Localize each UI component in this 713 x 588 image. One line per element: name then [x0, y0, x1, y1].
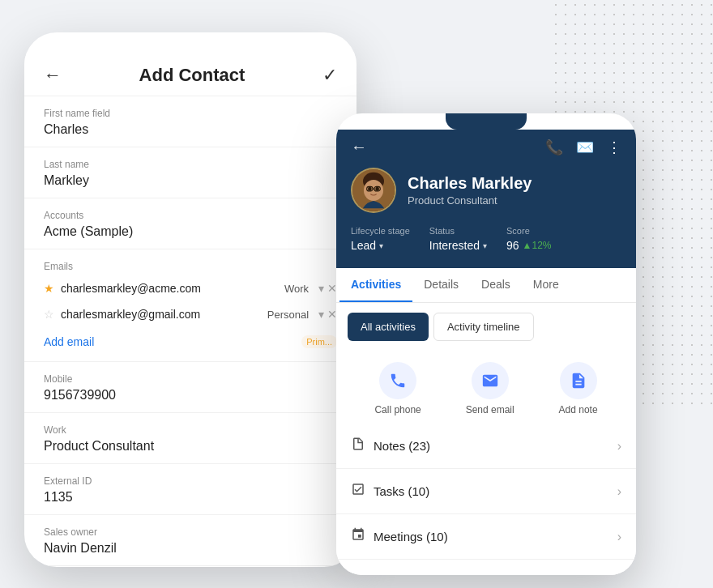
sales-owner-label: Sales owner: [44, 526, 337, 538]
contact-header-icons: 📞 ✉️ ⋮: [545, 138, 621, 156]
all-activities-button[interactable]: All activities: [348, 313, 429, 341]
contact-header: ← 📞 ✉️ ⋮: [336, 130, 636, 268]
tab-more[interactable]: More: [522, 268, 570, 302]
score-item: Score 96 ▲12%: [506, 226, 551, 252]
call-phone-label: Call phone: [374, 404, 421, 415]
add-email-button[interactable]: Add email: [44, 332, 94, 352]
email-address-primary: charlesmarkley@acme.com: [61, 282, 278, 295]
meetings-arrow-icon: ›: [617, 530, 621, 544]
star-empty-icon[interactable]: ☆: [44, 308, 54, 321]
score-value: 96 ▲12%: [506, 239, 551, 252]
avatar: [351, 168, 396, 213]
email-actions-primary: ▾ ✕: [318, 282, 337, 295]
email-type-work: Work: [284, 283, 309, 295]
more-options-icon[interactable]: ⋮: [607, 138, 621, 156]
add-note-action[interactable]: Add note: [559, 362, 598, 415]
contact-back-button[interactable]: ←: [351, 138, 367, 156]
calllogs-icon: [351, 573, 365, 575]
email-address-secondary: charlesmarkley@gmail.com: [61, 308, 261, 321]
phone2-notch: [446, 113, 527, 130]
calllogs-list-left: Call logs (16): [351, 573, 445, 575]
tab-deals[interactable]: Deals: [470, 268, 522, 302]
svg-point-4: [375, 187, 379, 191]
save-button[interactable]: ✓: [322, 65, 337, 86]
work-value[interactable]: Product Consultant: [44, 439, 337, 454]
avatar-image: [352, 169, 395, 211]
score-change: ▲12%: [523, 240, 552, 251]
activity-timeline-button[interactable]: Activity timeline: [433, 313, 534, 341]
call-phone-action[interactable]: Call phone: [374, 362, 421, 415]
activity-actions-row: Call phone Send email Add note: [336, 351, 636, 424]
tab-activities[interactable]: Activities: [339, 268, 412, 302]
call-phone-icon: [379, 362, 416, 399]
lastname-label: Last name: [44, 159, 337, 170]
back-button[interactable]: ←: [44, 65, 62, 86]
primary-badge: Prim...: [301, 335, 337, 348]
send-email-action[interactable]: Send email: [466, 362, 514, 415]
lastname-value[interactable]: Markley: [44, 173, 337, 188]
status-label: Status: [429, 226, 487, 236]
work-field: Work Product Consultant: [24, 413, 356, 464]
external-id-value[interactable]: 1135: [44, 490, 337, 505]
work-label: Work: [44, 424, 337, 436]
tab-details[interactable]: Details: [412, 268, 470, 302]
send-email-label: Send email: [466, 404, 514, 415]
score-label: Score: [506, 226, 551, 236]
add-note-label: Add note: [559, 404, 598, 415]
accounts-label: Accounts: [44, 210, 337, 221]
meetings-text: Meetings (10): [374, 530, 448, 543]
add-note-icon: [560, 362, 597, 399]
email-row-primary: ★ charlesmarkley@acme.com Work ▾ ✕: [44, 275, 337, 301]
external-id-field: External ID 1135: [24, 464, 356, 515]
email-icon[interactable]: ✉️: [576, 138, 594, 156]
external-id-label: External ID: [44, 475, 337, 487]
svg-point-3: [368, 187, 372, 191]
phone-icon[interactable]: 📞: [545, 138, 563, 156]
tasks-text: Tasks (10): [374, 484, 429, 498]
meetings-icon: [351, 527, 365, 546]
lastname-field: Last name Markley: [24, 147, 356, 198]
tasks-icon: [351, 482, 365, 501]
emails-label: Emails: [44, 261, 337, 272]
contact-detail-phone: ← 📞 ✉️ ⋮: [336, 113, 636, 575]
meetings-list-left: Meetings (10): [351, 527, 448, 546]
mobile-label: Mobile: [44, 373, 337, 385]
accounts-field: Accounts Acme (Sample): [24, 198, 356, 249]
firstname-label: First name field: [44, 108, 337, 119]
firstname-value[interactable]: Charles: [44, 122, 337, 137]
star-filled-icon[interactable]: ★: [44, 282, 54, 295]
form-content: First name field Charles Last name Markl…: [24, 96, 356, 566]
page-title: Add Contact: [139, 65, 245, 86]
notes-list-left: Notes (23): [351, 437, 430, 455]
mobile-field: Mobile 9156739900: [24, 362, 356, 413]
contact-info: Charles Markley Product Consultant: [351, 168, 621, 213]
contact-name-block: Charles Markley Product Consultant: [408, 174, 532, 207]
status-value[interactable]: Interested ▾: [429, 239, 487, 252]
contact-header-top: ← 📞 ✉️ ⋮: [351, 138, 621, 156]
tasks-arrow-icon: ›: [617, 484, 621, 499]
calllogs-arrow-icon: ›: [617, 575, 621, 576]
tabs-bar: Activities Details Deals More: [336, 268, 636, 303]
notes-arrow-icon: ›: [617, 439, 621, 454]
notes-text: Notes (23): [374, 439, 430, 453]
notes-list-item[interactable]: Notes (23) ›: [336, 424, 636, 469]
mobile-value[interactable]: 9156739900: [44, 388, 337, 403]
notes-icon: [351, 437, 365, 455]
tasks-list-item[interactable]: Tasks (10) ›: [336, 469, 636, 514]
sales-owner-value[interactable]: Navin Denzil: [44, 541, 337, 556]
email-type-personal: Personal: [267, 309, 309, 321]
status-item: Status Interested ▾: [429, 226, 487, 252]
accounts-value[interactable]: Acme (Sample): [44, 224, 337, 239]
add-contact-phone: ← Add Contact ✓ First name field Charles…: [24, 32, 356, 567]
meetings-list-item[interactable]: Meetings (10) ›: [336, 514, 636, 560]
activity-toggle-row: All activities Activity timeline: [336, 303, 636, 351]
send-email-icon: [472, 362, 509, 399]
email-actions-secondary: ▾ ✕: [318, 308, 337, 321]
calllogs-list-item[interactable]: Call logs (16) ›: [336, 560, 636, 575]
contact-name: Charles Markley: [408, 174, 532, 193]
lifecycle-item: Lifecycle stage Lead ▾: [351, 226, 410, 252]
add-contact-header: ← Add Contact ✓: [24, 52, 356, 96]
contact-job-title: Product Consultant: [408, 194, 532, 207]
lifecycle-value[interactable]: Lead ▾: [351, 239, 410, 252]
lifecycle-dropdown-icon: ▾: [379, 241, 383, 250]
